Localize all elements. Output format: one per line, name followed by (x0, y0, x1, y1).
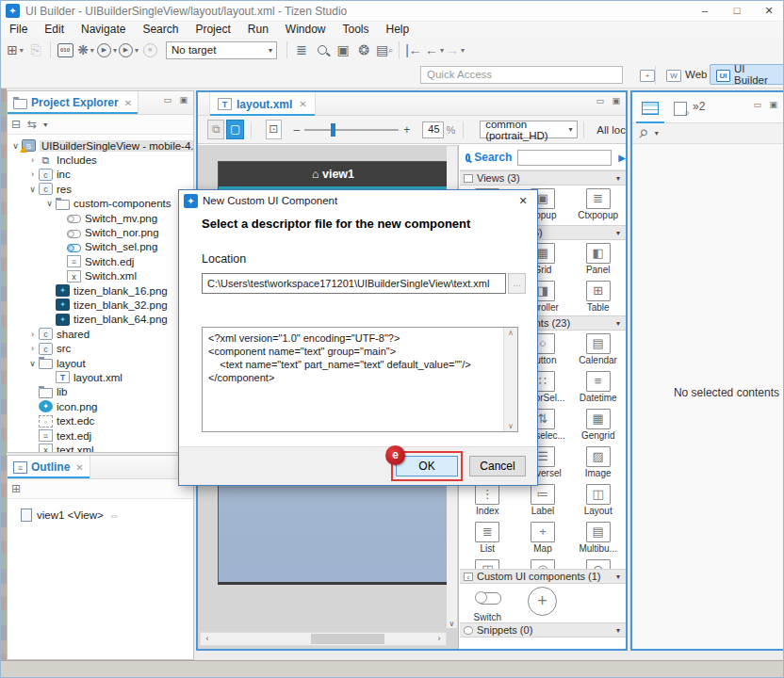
scroll-down-icon[interactable]: ∨ (447, 620, 457, 628)
xml-scrollbar[interactable]: ∧ ∨ (503, 328, 517, 431)
panel-minmax-icons[interactable]: ▭ ▣ (163, 95, 190, 105)
tree-chevron-icon[interactable]: ∨ (26, 359, 39, 368)
palette-item[interactable]: Datetime (570, 368, 626, 406)
dynamic-analyzer-button[interactable] (313, 40, 332, 59)
pin-icon[interactable]: ⚲ (636, 125, 651, 140)
tab-preview[interactable] (666, 95, 694, 123)
tab-outline[interactable]: Outline ✕ (8, 456, 90, 478)
tree-item[interactable]: tizen_blank_64.png (8, 313, 193, 327)
tree-item[interactable]: ∨ layout (8, 356, 193, 370)
tab-properties[interactable] (636, 95, 664, 123)
run-button[interactable]: ▶▾ (97, 40, 117, 59)
menu-item[interactable]: Edit (36, 22, 73, 38)
last-edit-button[interactable]: |← (404, 40, 423, 59)
menu-item[interactable]: Tools (335, 22, 378, 38)
add-custom-component-button[interactable]: + (528, 587, 557, 616)
palette-item[interactable]: Label (515, 481, 571, 519)
palette-item-switch[interactable]: Switch (460, 584, 515, 622)
scroll-right-icon[interactable]: › (433, 633, 446, 645)
more-tabs-indicator[interactable]: »2 (693, 100, 705, 113)
search-go-icon[interactable]: ▶ (618, 153, 626, 163)
cancel-button[interactable]: Cancel (469, 456, 526, 476)
location-input[interactable]: C:\Users\test\workspace171201\UIBuilderS… (202, 273, 506, 294)
source-view-button[interactable]: ⧉ (207, 120, 224, 139)
tree-item[interactable]: text.edc (8, 413, 193, 428)
palette-item[interactable]: Map (515, 519, 571, 557)
outline-list-button[interactable]: ≣ (292, 40, 311, 59)
tree-chevron-icon[interactable]: › (26, 155, 39, 165)
link-editor-button[interactable]: ⇆ (27, 118, 37, 131)
section-custom-components[interactable]: c Custom UI components (1) ▾ (460, 569, 626, 584)
menu-item[interactable]: Search (134, 22, 187, 38)
tree-item[interactable]: text.xml (8, 443, 193, 452)
maximize-button[interactable]: □ (721, 1, 753, 22)
canvas-horizontal-scrollbar[interactable]: ‹ › (200, 632, 447, 646)
tree-chevron-icon[interactable]: ∨ (26, 185, 39, 194)
menu-item[interactable]: Window (277, 22, 335, 38)
palette-item[interactable]: Calendar (570, 331, 626, 368)
tree-item[interactable]: › src (8, 341, 193, 355)
collapse-all-button[interactable]: ⊟ (11, 118, 21, 131)
scrollbar-thumb[interactable] (311, 634, 384, 644)
quick-access-input[interactable]: Quick Access (420, 66, 623, 84)
palette-item[interactable]: Panel (570, 240, 626, 278)
view-menu-button[interactable]: ▾ (43, 121, 47, 129)
palette-item[interactable]: Ctxpopup (570, 186, 626, 223)
design-view-button[interactable]: ▢ (226, 120, 243, 139)
tree-item[interactable]: tizen_blank_32.png (8, 298, 193, 312)
palette-item[interactable]: Multibu... (570, 519, 626, 557)
tree-chevron-icon[interactable]: › (26, 344, 39, 353)
zoom-slider-thumb[interactable] (331, 123, 335, 137)
menu-item[interactable]: Help (378, 22, 418, 38)
new-page-button[interactable]: ⊞ (11, 482, 21, 495)
pin-menu-icon[interactable]: ▾ (655, 129, 659, 137)
binary-settings-button[interactable]: 010 (56, 40, 74, 59)
palette-item[interactable]: Layout (570, 481, 626, 519)
zoom-slider[interactable]: – + (289, 123, 416, 137)
tree-chevron-icon[interactable]: › (26, 170, 39, 179)
fit-to-screen-button[interactable]: ⊡ (266, 120, 282, 139)
forward-button[interactable]: →▾ (446, 40, 465, 59)
tab-project-explorer[interactable]: Project Explorer ✕ (8, 91, 139, 114)
tree-chevron-icon[interactable]: › (26, 330, 39, 339)
new-wizard-button[interactable]: ⊞▾ (6, 40, 24, 59)
zoom-value-input[interactable]: 45 (422, 121, 443, 138)
menu-item[interactable]: File (1, 22, 36, 38)
scroll-down-icon[interactable]: ∨ (504, 422, 517, 430)
editor-minmax-icons[interactable]: ▭ ▣ (596, 96, 623, 105)
close-tab-icon[interactable]: ✕ (75, 462, 83, 473)
tree-item[interactable]: lib (8, 385, 193, 399)
palette-item[interactable] (460, 557, 515, 569)
palette-item[interactable]: List (460, 519, 515, 557)
profile-button[interactable]: ▶▾ (119, 40, 139, 59)
tree-item[interactable]: layout.xml (8, 370, 193, 384)
debug-button[interactable]: ❋▾ (76, 40, 95, 59)
api-checker-button[interactable]: ▤⌕ (375, 40, 394, 59)
close-tab-icon[interactable]: ✕ (299, 99, 306, 109)
tree-item[interactable]: Switch.edj (8, 254, 193, 268)
palette-item[interactable] (570, 557, 626, 569)
emulator-manager-button[interactable]: ▣ (334, 40, 352, 59)
scroll-left-icon[interactable]: ‹ (201, 633, 214, 645)
zoom-in-icon[interactable]: + (399, 123, 415, 137)
scroll-up-icon[interactable]: ∧ (504, 329, 517, 337)
palette-item[interactable]: Image (570, 444, 626, 481)
palette-search-input[interactable] (517, 150, 612, 166)
menu-item[interactable]: Run (239, 22, 277, 38)
tree-item[interactable]: ∨ res (8, 182, 193, 196)
tree-item[interactable]: icon.png (8, 399, 193, 413)
perspective-ui-builder-button[interactable]: UI UI Builder (710, 64, 784, 85)
close-tab-icon[interactable]: ✕ (124, 98, 132, 108)
view-header[interactable]: ⌂ view1 (219, 162, 448, 186)
close-button[interactable]: ✕ (753, 1, 784, 22)
minimize-button[interactable]: – (689, 1, 721, 22)
back-button[interactable]: ←▾ (425, 40, 444, 59)
dialog-close-icon[interactable]: ✕ (509, 195, 537, 207)
tree-item[interactable]: › shared (8, 327, 193, 341)
tree-item[interactable]: text.edj (8, 428, 193, 443)
panel-minmax-icons[interactable]: ▭ ▣ (753, 100, 780, 109)
palette-item[interactable] (515, 557, 571, 569)
tree-item[interactable]: Switch_sel.png (8, 240, 193, 254)
outline-item-view1[interactable]: view1 <View> ⇔ (21, 508, 193, 522)
tree-item[interactable]: › Includes (8, 153, 193, 167)
